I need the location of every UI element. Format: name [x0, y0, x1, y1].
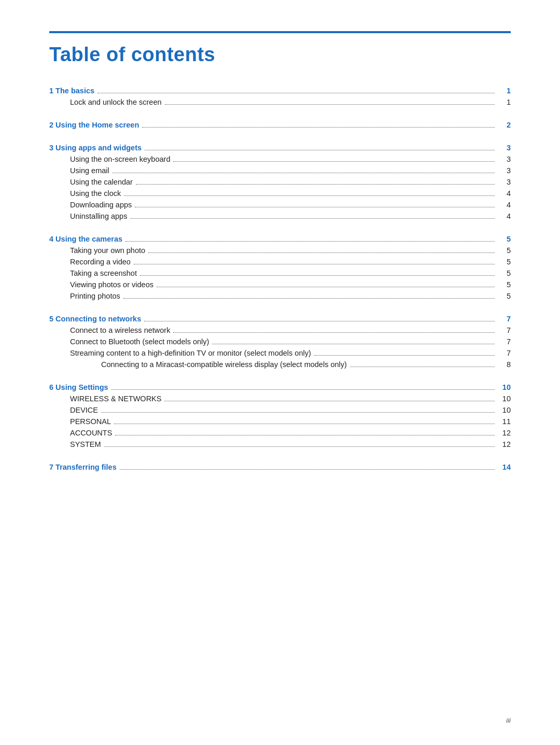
- toc-section-sec1: 1 The basics1Lock and unlock the screen1: [49, 87, 511, 106]
- toc-chapter-entry: 5 Connecting to networks7: [49, 315, 511, 323]
- toc-sub-page: 5: [498, 292, 511, 300]
- toc-sub-label: Lock and unlock the screen: [70, 98, 162, 106]
- toc-dots: [115, 435, 495, 435]
- toc-sub-page: 3: [498, 178, 511, 186]
- toc-sub-label: Using the on-screen keyboard: [70, 155, 170, 163]
- toc-dots: [97, 93, 495, 93]
- toc-sub-entry: Connecting to a Miracast-compatible wire…: [49, 360, 511, 369]
- toc-chapter-page: 7: [498, 315, 511, 323]
- toc-sub-label: Recording a video: [70, 258, 131, 266]
- toc-chapter-label: 7 Transferring files: [49, 463, 117, 471]
- toc-dots: [142, 127, 495, 128]
- toc-dots: [125, 241, 495, 242]
- toc-sub-entry: SYSTEM12: [49, 440, 511, 448]
- toc-sub-entry: Connect to a wireless network7: [49, 326, 511, 334]
- toc-sub-entry: Downloading apps4: [49, 201, 511, 209]
- toc-sub-page: 12: [498, 429, 511, 437]
- toc-chapter-label: 2 Using the Home screen: [49, 121, 139, 129]
- toc-dots: [111, 389, 495, 390]
- toc-section-sec6: 6 Using Settings10WIRELESS & NETWORKS10D…: [49, 383, 511, 448]
- toc-sub-entry: Connect to Bluetooth (select models only…: [49, 338, 511, 346]
- toc-section-sec7: 7 Transferring files14: [49, 463, 511, 471]
- toc-sub-entry: WIRELESS & NETWORKS10: [49, 395, 511, 403]
- toc-sub-page: 4: [498, 189, 511, 198]
- toc-dots: [104, 446, 495, 447]
- toc-sub-entry: Using the clock4: [49, 189, 511, 198]
- toc-sub-entry: Streaming content to a high-definition T…: [49, 349, 511, 357]
- toc-container: 1 The basics1Lock and unlock the screen1…: [49, 87, 511, 471]
- toc-sub-page: 10: [498, 395, 511, 403]
- toc-chapter-page: 3: [498, 144, 511, 152]
- toc-sub-label: Taking your own photo: [70, 246, 145, 255]
- toc-sub-page: 4: [498, 201, 511, 209]
- toc-dots: [148, 252, 495, 253]
- toc-dots: [164, 401, 495, 401]
- toc-sub-page: 3: [498, 166, 511, 175]
- toc-sub-page: 8: [498, 360, 511, 369]
- toc-chapter-entry: 1 The basics1: [49, 87, 511, 95]
- toc-chapter-page: 10: [498, 383, 511, 391]
- toc-sub-label: ACCOUNTS: [70, 429, 112, 437]
- toc-dots: [157, 287, 495, 287]
- toc-sub-label: SYSTEM: [70, 440, 101, 448]
- toc-sub-page: 11: [498, 417, 511, 426]
- toc-chapter-entry: 2 Using the Home screen2: [49, 121, 511, 129]
- toc-chapter-entry: 7 Transferring files14: [49, 463, 511, 471]
- toc-section-sec4: 4 Using the cameras5Taking your own phot…: [49, 235, 511, 300]
- toc-sub-page: 7: [498, 349, 511, 357]
- toc-dots: [114, 424, 495, 424]
- toc-sub-label: Taking a screenshot: [70, 269, 137, 277]
- toc-dots: [145, 150, 495, 150]
- toc-chapter-label: 5 Connecting to networks: [49, 315, 141, 323]
- footer-page-number: iii: [506, 716, 511, 724]
- toc-chapter-entry: 4 Using the cameras5: [49, 235, 511, 243]
- toc-sub-label: DEVICE: [70, 406, 98, 414]
- toc-dots: [113, 173, 495, 173]
- toc-dots: [350, 367, 495, 367]
- top-border: [49, 31, 511, 33]
- toc-dots: [140, 275, 495, 276]
- toc-sub-label: Connect to Bluetooth (select models only…: [70, 338, 209, 346]
- toc-sub-label: Connecting to a Miracast-compatible wire…: [101, 360, 347, 369]
- toc-dots: [136, 184, 495, 185]
- toc-dots: [101, 412, 495, 413]
- toc-section-sec2: 2 Using the Home screen2: [49, 121, 511, 129]
- toc-sub-page: 7: [498, 326, 511, 334]
- toc-sub-entry: Viewing photos or videos5: [49, 280, 511, 289]
- toc-chapter-page: 14: [498, 463, 511, 471]
- toc-dots: [212, 344, 495, 344]
- toc-section-sec5: 5 Connecting to networks7Connect to a wi…: [49, 315, 511, 369]
- toc-dots: [134, 264, 495, 264]
- toc-chapter-entry: 3 Using apps and widgets3: [49, 144, 511, 152]
- toc-sub-page: 5: [498, 280, 511, 289]
- toc-dots: [173, 332, 495, 333]
- toc-chapter-page: 2: [498, 121, 511, 129]
- toc-dots: [120, 469, 495, 470]
- toc-sub-entry: Recording a video5: [49, 258, 511, 266]
- toc-sub-entry: Using email3: [49, 166, 511, 175]
- toc-chapter-label: 6 Using Settings: [49, 383, 108, 391]
- toc-dots: [165, 104, 495, 105]
- toc-sub-page: 10: [498, 406, 511, 414]
- toc-sub-entry: Taking your own photo5: [49, 246, 511, 255]
- toc-sub-entry: Uninstalling apps4: [49, 212, 511, 220]
- toc-sub-label: Using the calendar: [70, 178, 133, 186]
- toc-dots: [124, 195, 495, 196]
- toc-chapter-label: 3 Using apps and widgets: [49, 144, 142, 152]
- toc-sub-page: 1: [498, 98, 511, 106]
- toc-sub-entry: Using the calendar3: [49, 178, 511, 186]
- toc-dots: [135, 207, 495, 207]
- toc-chapter-entry: 6 Using Settings10: [49, 383, 511, 391]
- toc-sub-label: Connect to a wireless network: [70, 326, 170, 334]
- toc-sub-page: 5: [498, 258, 511, 266]
- toc-sub-page: 4: [498, 212, 511, 220]
- toc-sub-page: 5: [498, 246, 511, 255]
- toc-sub-page: 5: [498, 269, 511, 277]
- toc-dots: [130, 218, 495, 219]
- toc-dots: [173, 161, 495, 162]
- toc-sub-label: Streaming content to a high-definition T…: [70, 349, 311, 357]
- toc-chapter-page: 5: [498, 235, 511, 243]
- toc-sub-page: 3: [498, 155, 511, 163]
- toc-sub-entry: Printing photos5: [49, 292, 511, 300]
- toc-chapter-label: 1 The basics: [49, 87, 94, 95]
